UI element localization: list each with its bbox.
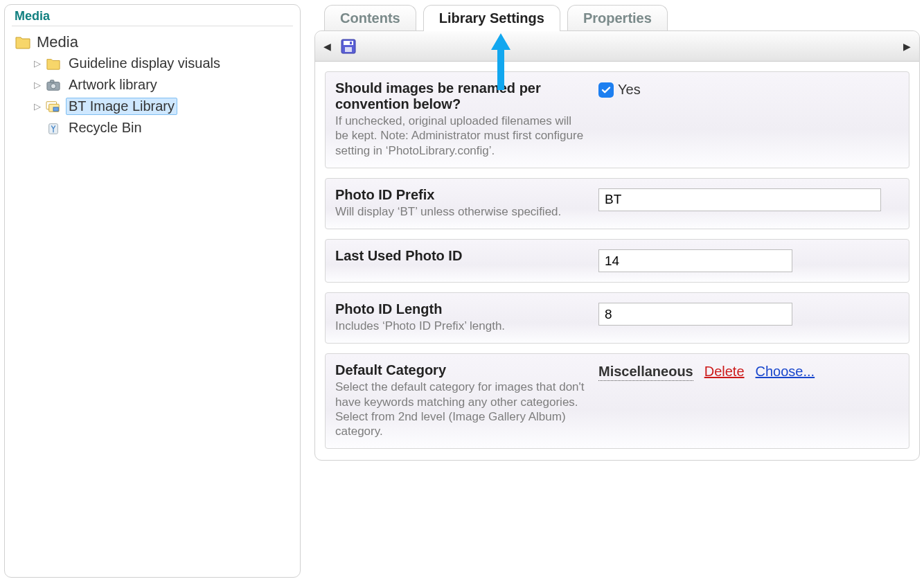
expander-icon[interactable]: ▷ (34, 101, 41, 112)
main-area: Contents Library Settings Properties ◀ ▶ (314, 4, 920, 461)
camera-icon (45, 78, 62, 93)
setting-default-category: Default Category Select the default cate… (325, 353, 909, 449)
tree-item-label: BT Image Library (66, 98, 177, 115)
tree-root-media[interactable]: Media (15, 32, 294, 53)
callout-arrow-icon (488, 33, 513, 96)
settings-body: Should images be renamed per convention … (315, 62, 919, 460)
tab-properties[interactable]: Properties (567, 5, 668, 31)
setting-desc: Includes ‘Photo ID Prefix’ length. (335, 319, 585, 333)
default-category-value: Miscellaneous (598, 364, 693, 381)
svg-rect-2 (50, 80, 53, 82)
photo-id-prefix-input[interactable] (598, 188, 881, 211)
folder-icon (15, 35, 31, 50)
image-library-icon (45, 99, 62, 114)
toolbar: ◀ ▶ (315, 31, 919, 62)
setting-desc: Select the default category for images t… (335, 380, 585, 438)
setting-title: Default Category (335, 362, 585, 378)
svg-rect-5 (53, 107, 58, 110)
tree-root-label: Media (37, 33, 78, 51)
main-panel: ◀ ▶ Should images be renamed per c (314, 30, 920, 461)
svg-rect-9 (345, 47, 352, 52)
rename-checkbox-label: Yes (618, 82, 641, 98)
tabs: Contents Library Settings Properties (314, 4, 920, 30)
setting-photo-id-length: Photo ID Length Includes ‘Photo ID Prefi… (325, 292, 909, 344)
toolbar-next-icon[interactable]: ▶ (900, 38, 914, 55)
photo-id-length-input[interactable] (598, 303, 792, 326)
setting-desc: Will display ‘BT’ unless otherwise speci… (335, 204, 585, 219)
setting-desc: If unchecked, original uploaded filename… (335, 114, 585, 158)
toolbar-prev-icon[interactable]: ◀ (321, 38, 334, 55)
setting-title: Photo ID Prefix (335, 187, 585, 203)
folder-visuals-icon (45, 56, 62, 71)
tree-item-label: Recycle Bin (66, 119, 145, 136)
setting-photo-id-prefix: Photo ID Prefix Will display ‘BT’ unless… (325, 178, 909, 229)
media-tree: Media ▷ Guideline display visuals ▷ Artw… (5, 32, 300, 139)
expander-icon[interactable]: ▷ (34, 58, 41, 69)
setting-title: Photo ID Length (335, 301, 585, 317)
setting-title: Should images be renamed per convention … (335, 80, 585, 112)
setting-rename: Should images be renamed per convention … (325, 71, 909, 168)
last-used-photo-id-input[interactable] (598, 249, 792, 272)
tree-item-guideline-display-visuals[interactable]: ▷ Guideline display visuals (34, 53, 294, 74)
rename-checkbox[interactable] (598, 82, 614, 98)
default-category-delete-link[interactable]: Delete (704, 364, 745, 380)
divider (12, 26, 293, 26)
svg-point-1 (51, 83, 55, 88)
tree-item-label: Artwork library (66, 76, 160, 94)
tab-contents[interactable]: Contents (324, 5, 416, 31)
tree-item-recycle-bin[interactable]: ▷ Recycle Bin (34, 117, 294, 139)
tree-item-label: Guideline display visuals (66, 55, 223, 72)
tree-item-bt-image-library[interactable]: ▷ BT Image Library (34, 96, 294, 117)
tree-item-artwork-library[interactable]: ▷ Artwork library (34, 74, 294, 96)
sidebar-panel: Media Media ▷ Guideline display visuals (4, 4, 301, 578)
default-category-choose-link[interactable]: Choose... (756, 364, 815, 380)
save-icon[interactable] (341, 39, 356, 54)
svg-rect-10 (350, 42, 352, 44)
sidebar-title: Media (5, 5, 300, 26)
recycle-bin-icon (45, 121, 62, 136)
setting-last-used-photo-id: Last Used Photo ID (325, 239, 909, 283)
expander-icon[interactable]: ▷ (34, 80, 41, 90)
setting-title: Last Used Photo ID (335, 248, 585, 264)
tab-library-settings[interactable]: Library Settings (423, 5, 560, 31)
